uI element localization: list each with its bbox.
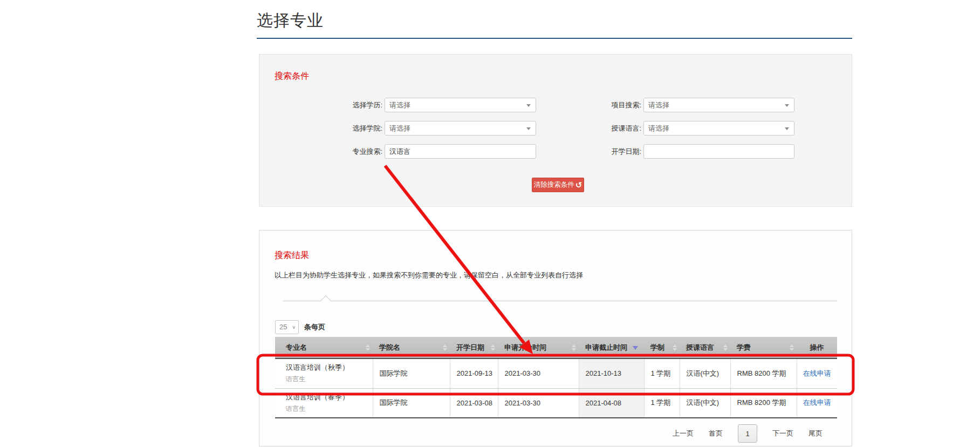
header-duration-label: 学制 bbox=[650, 343, 664, 351]
language-label: 授课语言: bbox=[518, 121, 641, 136]
page-size-select[interactable]: 25 ∨ bbox=[275, 320, 299, 334]
form-row-3: 专业搜索: 开学日期: bbox=[259, 144, 853, 159]
search-criteria-panel: 搜索条件 选择学历: 请选择 项目搜索: 请选择 选择学院: 请选择 授课语言: bbox=[259, 54, 852, 207]
header-college-label: 学院名 bbox=[379, 343, 400, 351]
divider-notch bbox=[320, 295, 331, 306]
page-title: 选择专业 bbox=[257, 10, 324, 32]
apply-online-link[interactable]: 在线申请 bbox=[803, 369, 831, 377]
cell-apply-end: 2021-04-08 bbox=[579, 388, 644, 418]
page-size-value: 25 bbox=[279, 323, 287, 331]
header-major[interactable]: 专业名 bbox=[275, 337, 373, 358]
header-apply-start-label: 申请开始时间 bbox=[504, 343, 546, 351]
search-criteria-heading: 搜索条件 bbox=[275, 71, 309, 82]
language-select-value: 请选择 bbox=[648, 124, 669, 132]
project-select[interactable]: 请选择 bbox=[643, 98, 794, 112]
major-search-label: 专业搜索: bbox=[259, 144, 382, 159]
sort-icon bbox=[443, 344, 447, 351]
cell-apply-start: 2021-03-30 bbox=[498, 358, 579, 388]
cell-tuition: RMB 8200 学期 bbox=[730, 388, 797, 418]
header-apply-end[interactable]: 申请截止时间 bbox=[579, 337, 644, 358]
sort-icon bbox=[723, 344, 728, 351]
header-start-date[interactable]: 开学日期 bbox=[450, 337, 498, 358]
clear-search-label: 清除搜索条件 bbox=[534, 180, 574, 189]
cell-action: 在线申请 bbox=[797, 358, 837, 388]
search-results-panel: 搜索结果 以上栏目为协助学生选择专业，如果搜索不到你需要的专业，请保留空白，从全… bbox=[259, 230, 852, 446]
degree-select[interactable]: 请选择 bbox=[385, 98, 536, 112]
page-size-control: 25 ∨ 条每页 bbox=[275, 320, 325, 334]
cell-language: 汉语(中文) bbox=[680, 388, 730, 418]
sort-icon bbox=[491, 344, 495, 351]
pagination-current-page[interactable]: 1 bbox=[738, 424, 757, 443]
major-name: 汉语言培训（春季） bbox=[286, 392, 373, 402]
pagination-next[interactable]: 下一页 bbox=[772, 429, 793, 438]
cell-start-date: 2021-09-13 bbox=[450, 358, 498, 388]
cell-apply-start: 2021-03-30 bbox=[498, 388, 579, 418]
student-type: 语言生 bbox=[286, 404, 373, 414]
header-start-date-label: 开学日期 bbox=[456, 343, 484, 351]
header-major-label: 专业名 bbox=[286, 343, 307, 351]
cell-apply-end: 2021-10-13 bbox=[579, 358, 644, 388]
cell-action: 在线申请 bbox=[797, 388, 837, 418]
header-language[interactable]: 授课语言 bbox=[680, 337, 730, 358]
cell-duration: 1 学期 bbox=[644, 358, 680, 388]
major-search-input[interactable] bbox=[385, 144, 536, 159]
sort-desc-icon bbox=[633, 346, 638, 350]
search-results-heading: 搜索结果 bbox=[275, 250, 309, 261]
form-row-1: 选择学历: 请选择 项目搜索: 请选择 bbox=[259, 98, 853, 112]
cell-college: 国际学院 bbox=[373, 388, 450, 418]
apply-online-link[interactable]: 在线申请 bbox=[803, 398, 831, 407]
sort-icon bbox=[366, 344, 370, 351]
refresh-icon: ↺ bbox=[575, 181, 582, 189]
cell-major: 汉语言培训（秋季） 语言生 bbox=[275, 358, 373, 388]
sort-icon bbox=[673, 344, 677, 351]
pagination-first[interactable]: 首页 bbox=[709, 429, 723, 438]
cell-college: 国际学院 bbox=[373, 358, 450, 388]
project-label: 项目搜索: bbox=[518, 98, 641, 112]
header-language-label: 授课语言 bbox=[686, 343, 714, 351]
cell-tuition: RMB 8200 学期 bbox=[730, 358, 797, 388]
pagination-last[interactable]: 尾页 bbox=[808, 429, 823, 438]
chevron-down-icon bbox=[785, 127, 789, 130]
start-date-input[interactable] bbox=[643, 144, 794, 159]
clear-search-button[interactable]: 清除搜索条件 ↺ bbox=[532, 178, 584, 192]
pagination-prev[interactable]: 上一页 bbox=[673, 429, 694, 438]
header-action-label: 操作 bbox=[810, 343, 824, 351]
header-action: 操作 bbox=[797, 337, 837, 358]
pagination: 上一页 首页 1 下一页 尾页 bbox=[673, 424, 823, 443]
header-tuition[interactable]: 学费 bbox=[730, 337, 797, 358]
language-select[interactable]: 请选择 bbox=[643, 121, 794, 136]
header-apply-start[interactable]: 申请开始时间 bbox=[498, 337, 579, 358]
student-type: 语言生 bbox=[286, 375, 373, 384]
sort-icon bbox=[572, 344, 576, 351]
results-hint-text: 以上栏目为协助学生选择专业，如果搜索不到你需要的专业，请保留空白，从全部专业列表… bbox=[275, 270, 583, 280]
degree-select-value: 请选择 bbox=[389, 101, 410, 109]
start-date-label: 开学日期: bbox=[518, 144, 641, 159]
cell-start-date: 2021-03-08 bbox=[450, 388, 498, 418]
table-row: 汉语言培训（春季） 语言生 国际学院 2021-03-08 2021-03-30… bbox=[275, 388, 837, 418]
page-size-label: 条每页 bbox=[304, 322, 325, 332]
header-duration[interactable]: 学制 bbox=[644, 337, 680, 358]
sort-icon bbox=[790, 344, 794, 351]
chevron-down-icon bbox=[785, 104, 789, 107]
chevron-down-icon: ∨ bbox=[292, 321, 296, 334]
header-tuition-label: 学费 bbox=[737, 343, 751, 351]
college-select[interactable]: 请选择 bbox=[385, 121, 536, 136]
college-select-value: 请选择 bbox=[389, 124, 410, 132]
header-apply-end-label: 申请截止时间 bbox=[585, 343, 627, 351]
title-divider bbox=[257, 38, 852, 39]
cell-major: 汉语言培训（春季） 语言生 bbox=[275, 388, 373, 418]
project-select-value: 请选择 bbox=[648, 101, 669, 109]
cell-language: 汉语(中文) bbox=[680, 358, 730, 388]
table-row: 汉语言培训（秋季） 语言生 国际学院 2021-09-13 2021-03-30… bbox=[275, 358, 837, 388]
table-header-row: 专业名 学院名 开学日期 申请开始时间 bbox=[275, 337, 837, 358]
page: 选择专业 搜索条件 选择学历: 请选择 项目搜索: 请选择 选择学院: 请选择 … bbox=[0, 0, 980, 447]
form-row-2: 选择学院: 请选择 授课语言: 请选择 bbox=[259, 121, 853, 136]
results-divider bbox=[283, 301, 837, 301]
major-name: 汉语言培训（秋季） bbox=[286, 363, 373, 372]
results-table: 专业名 学院名 开学日期 申请开始时间 bbox=[275, 337, 837, 418]
college-label: 选择学院: bbox=[259, 121, 382, 136]
cell-duration: 1 学期 bbox=[644, 388, 680, 418]
degree-label: 选择学历: bbox=[259, 98, 382, 112]
header-college[interactable]: 学院名 bbox=[373, 337, 450, 358]
